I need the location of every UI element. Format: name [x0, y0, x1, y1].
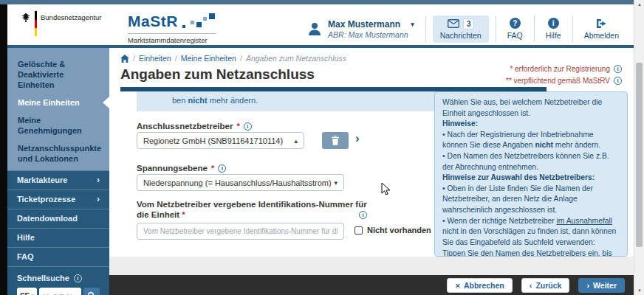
app-subtitle: Marktstammdatenregister [128, 33, 216, 44]
chevron-left-icon: ‹ [530, 281, 532, 290]
help-label: Hilfe [546, 31, 561, 40]
faq-label: FAQ [507, 31, 523, 40]
breadcrumb: / Einheiten / Meine Einheiten / Angaben … [120, 54, 346, 63]
user-name: Max Mustermann [328, 19, 400, 30]
sidebar-units-section: Gelöschte & Deaktivierte Einheiten Meine… [7, 48, 109, 170]
chevron-down-icon: ▾ [334, 179, 338, 187]
sidebar-item-ticketprozesse[interactable]: Ticketprozesse› [7, 190, 109, 209]
checkbox-icon [354, 226, 363, 235]
vertical-scrollbar[interactable]: ▲ ▼ [634, 0, 644, 295]
info-icon[interactable]: i [614, 77, 622, 85]
user-icon [306, 21, 323, 37]
nav-divider [496, 15, 496, 42]
bundesnetzagentur-logo: Bundesnetzagentur [21, 11, 101, 36]
user-menu[interactable]: Max Mustermann▾ ABR: Max Mustermann [302, 19, 419, 39]
active-item-notch [103, 97, 109, 108]
anschlussnetzbetreiber-label: Anschlussnetzbetreiber* i [137, 122, 252, 131]
nav-faq[interactable]: ? FAQ [503, 18, 527, 40]
info-icon[interactable]: i [359, 211, 367, 219]
mastr-logo: MaStR Marktstammdatenregister [128, 13, 216, 44]
hint-item: Wenn der richtige Netzbetreiber im Ausna… [442, 216, 620, 257]
sidebar-item-meine-genehmigungen[interactable]: Meine Genehmigungen [7, 111, 109, 139]
messages-count-badge: 3 [464, 19, 474, 29]
sidebar-item-netzanschlusspunkte[interactable]: Netzanschlusspunkte und Lokationen [7, 139, 109, 167]
spannungsebene-label: Spannungsebene* i [137, 164, 226, 173]
spannungsebene-select[interactable]: Niederspannung (= Hausanschluss/Haushalt… [137, 174, 344, 191]
anschlussnetzbetreiber-combobox[interactable]: Regionetz GmbH (SNB911641710114)▴ [137, 132, 304, 149]
sidebar: Gelöschte & Deaktivierte Einheiten Meine… [7, 48, 109, 295]
quicksearch-type-select[interactable]: SE▾ [17, 288, 37, 295]
home-icon[interactable] [120, 55, 129, 63]
search-icon [87, 291, 96, 295]
chevron-right-icon[interactable]: › [355, 131, 360, 146]
quicksearch-label: Schnellsuche [17, 274, 69, 282]
x-icon: × [455, 281, 459, 290]
envelope-icon [448, 19, 459, 28]
breadcrumb-einheiten[interactable]: Einheiten [139, 54, 171, 63]
header-nav: Max Mustermann▾ ABR: Max Mustermann 3 Na… [302, 12, 623, 46]
quicksearch: Schnellsuche i SE▾ [7, 266, 109, 295]
content-bottom-gap [109, 257, 634, 275]
breadcrumb-meine-einheiten[interactable]: Meine Einheiten [181, 54, 236, 63]
info-icon[interactable]: i [74, 274, 82, 282]
back-button[interactable]: ‹Zurück [521, 278, 570, 293]
nav-help[interactable]: i Hilfe [541, 18, 566, 40]
federal-eagle-icon [21, 13, 31, 23]
scrollbar-thumb[interactable] [636, 63, 643, 247]
chevron-right-icon: › [97, 195, 100, 204]
header: Bundesnetzagentur MaStR Marktstammdatenr… [7, 4, 634, 48]
mastr-pixel-decoration [181, 13, 216, 32]
chevron-right-icon: › [586, 281, 589, 290]
identifikationsnummer-label: Vom Netzbetreiber vergebene Identifikati… [137, 199, 367, 220]
hint-selection-title: Hinweise zur Auswahl des Netzbetreibers: [442, 173, 620, 184]
quicksearch-button[interactable] [83, 288, 100, 295]
scroll-down-icon[interactable]: ▼ [634, 288, 644, 293]
sidebar-item-marktakteure[interactable]: Marktakteure› [7, 170, 109, 190]
mastr-app: Bundesnetzagentur MaStR Marktstammdatenr… [0, 0, 644, 295]
nav-divider [425, 15, 426, 42]
info-icon[interactable]: i [244, 122, 252, 131]
caret-up-icon: ▴ [294, 137, 298, 145]
nav-logout[interactable]: Abmelden [580, 18, 623, 40]
next-button[interactable]: ›Weiter [578, 278, 625, 293]
info-icon[interactable]: i [614, 65, 622, 73]
sidebar-item-geloeschte-einheiten[interactable]: Gelöschte & Deaktivierte Einheiten [7, 55, 109, 94]
nav-divider [572, 15, 573, 42]
page-title: Angaben zum Netzanschluss [120, 66, 315, 83]
logout-label: Abmelden [584, 31, 619, 40]
sidebar-item-hilfe[interactable]: Hilfe [7, 228, 109, 247]
hint-panel: Wählen Sie aus, bei welchem Netzbetreibe… [434, 91, 628, 257]
agency-name: Bundesnetzagentur [41, 13, 101, 36]
logout-icon [596, 18, 607, 29]
main-content: / Einheiten / Meine Einheiten / Angaben … [109, 48, 634, 275]
hint-item: Nach der Registrierung der Inbetriebnahm… [442, 130, 620, 151]
chevron-right-icon: › [97, 176, 100, 185]
cancel-button[interactable]: ×Abbrechen [447, 278, 512, 293]
nicht-vorhanden-checkbox[interactable]: Nicht vorhanden [354, 226, 431, 235]
chevron-down-icon: ▾ [411, 21, 414, 28]
quicksearch-input[interactable] [39, 288, 81, 295]
info-circle-icon: i [548, 18, 559, 29]
hint-item: Oben in der Liste finden Sie die Namen d… [442, 184, 620, 216]
identifikationsnummer-input[interactable] [137, 223, 344, 240]
required-note-2: ** verpflichtend gemäß MaStRV [506, 75, 610, 87]
flag-bar [35, 11, 37, 36]
sidebar-item-faq[interactable]: FAQ [7, 247, 109, 266]
chevron-down-icon: ▾ [31, 293, 34, 295]
question-circle-icon: ? [510, 18, 521, 29]
app-name: MaStR [128, 13, 178, 30]
hint-item: Den Namen des Netzbetreibers können Sie … [442, 151, 620, 173]
messages-label: Nachrichten [440, 31, 482, 40]
hint-title: Hinweise: [442, 119, 620, 130]
sidebar-item-meine-einheiten[interactable]: Meine Einheiten [7, 94, 109, 111]
nav-messages[interactable]: 3 Nachrichten [433, 15, 489, 43]
hint-intro: Wählen Sie aus, bei welchem Netzbetreibe… [442, 97, 620, 119]
scroll-up-icon[interactable]: ▲ [634, 2, 644, 7]
nav-divider [534, 15, 535, 42]
info-icon[interactable]: i [218, 164, 226, 173]
user-abr: ABR: Max Mustermann [328, 30, 414, 39]
required-field-notes: * erforderlich zur Registrierungi ** ver… [506, 63, 622, 86]
clear-netzbetreiber-button[interactable] [322, 132, 349, 149]
footer-action-bar: ×Abbrechen ‹Zurück ›Weiter [109, 275, 634, 295]
sidebar-item-datendownload[interactable]: Datendownload [7, 209, 109, 228]
